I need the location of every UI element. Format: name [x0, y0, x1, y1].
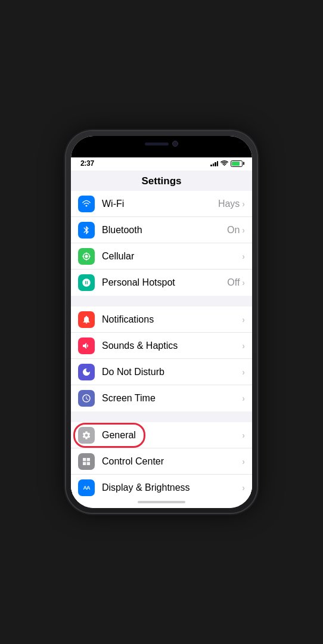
display-chevron-icon: › — [242, 483, 245, 493]
wifi-value: Hays — [218, 199, 240, 209]
bluetooth-label: Bluetooth — [102, 225, 227, 236]
settings-row-notifications[interactable]: Notifications › — [71, 306, 252, 333]
hotspot-icon — [78, 274, 95, 291]
notch-area — [71, 136, 252, 157]
connectivity-section: Wi-Fi Hays › Bluetooth On › — [71, 191, 252, 296]
settings-row-screentime[interactable]: Screen Time › — [71, 385, 252, 411]
sounds-icon — [78, 338, 95, 354]
bluetooth-value: On — [227, 225, 240, 236]
hotspot-label: Personal Hotspot — [102, 277, 227, 288]
settings-row-controlcenter[interactable]: Control Center › — [71, 448, 252, 475]
status-bar: 2:37 — [71, 157, 252, 171]
wifi-chevron-icon: › — [242, 199, 245, 209]
speaker — [145, 143, 169, 145]
settings-row-bluetooth[interactable]: Bluetooth On › — [71, 217, 252, 243]
settings-row-general[interactable]: General › — [71, 422, 252, 448]
general-label: General — [102, 430, 240, 441]
controlcenter-icon — [78, 453, 95, 470]
bluetooth-chevron-icon: › — [242, 225, 245, 235]
notifications-icon — [78, 311, 95, 328]
dnd-label: Do Not Disturb — [102, 367, 240, 377]
settings-header: Settings — [71, 171, 252, 191]
notifications-section: Notifications › Sounds & Haptics › — [71, 306, 252, 411]
hotspot-value: Off — [227, 277, 240, 288]
hotspot-chevron-icon: › — [242, 278, 245, 287]
cellular-chevron-icon: › — [242, 252, 245, 261]
home-indicator-area — [71, 496, 252, 508]
status-time: 2:37 — [80, 159, 94, 168]
cellular-icon — [78, 248, 95, 265]
screentime-label: Screen Time — [102, 393, 240, 404]
settings-row-dnd[interactable]: Do Not Disturb › — [71, 359, 252, 385]
bluetooth-icon — [78, 222, 95, 239]
dnd-chevron-icon: › — [242, 367, 245, 377]
phone-frame: 2:37 — [66, 131, 257, 513]
display-label: Display & Brightness — [102, 482, 240, 493]
screentime-chevron-icon: › — [242, 394, 245, 403]
settings-row-display[interactable]: AA Display & Brightness › — [71, 475, 252, 496]
settings-row-hotspot[interactable]: Personal Hotspot Off › — [71, 270, 252, 296]
divider-1 — [71, 296, 252, 306]
page-title: Settings — [141, 175, 181, 187]
camera — [172, 141, 178, 147]
general-section: General › Control Center › — [71, 422, 252, 496]
signal-bars-icon — [210, 160, 218, 166]
divider-2 — [71, 411, 252, 422]
wifi-icon — [78, 196, 95, 212]
settings-list: Wi-Fi Hays › Bluetooth On › — [71, 191, 252, 496]
settings-row-cellular[interactable]: Cellular › — [71, 243, 252, 270]
dnd-icon — [78, 364, 95, 380]
controlcenter-label: Control Center — [102, 456, 240, 467]
wifi-status-icon — [220, 160, 228, 167]
sounds-label: Sounds & Haptics — [102, 340, 240, 351]
settings-row-wifi[interactable]: Wi-Fi Hays › — [71, 191, 252, 217]
cellular-label: Cellular — [102, 251, 240, 262]
settings-row-sounds[interactable]: Sounds & Haptics › — [71, 333, 252, 359]
screen: 2:37 — [71, 136, 252, 508]
general-chevron-icon: › — [242, 431, 245, 440]
notifications-label: Notifications — [102, 314, 240, 325]
sounds-chevron-icon: › — [242, 341, 245, 351]
screentime-icon — [78, 390, 95, 407]
home-indicator — [138, 501, 185, 503]
wifi-label: Wi-Fi — [102, 199, 218, 209]
battery-icon — [231, 160, 243, 167]
general-icon — [78, 427, 95, 444]
notifications-chevron-icon: › — [242, 315, 245, 324]
controlcenter-chevron-icon: › — [242, 457, 245, 466]
display-icon: AA — [78, 479, 95, 496]
status-icons — [210, 160, 243, 167]
notch — [126, 136, 197, 151]
